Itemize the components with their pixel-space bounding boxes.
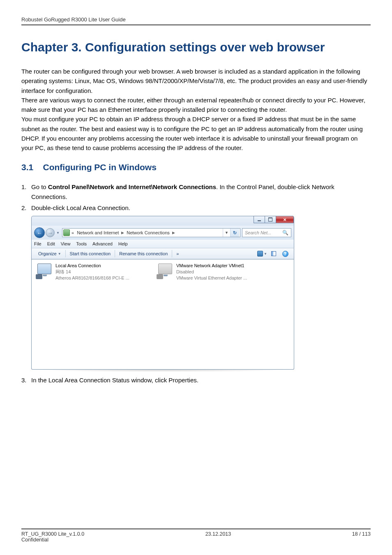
li2-text: Double-click Local Area Connection. xyxy=(31,204,130,211)
adapter-icon xyxy=(157,263,174,280)
location-icon xyxy=(63,229,70,236)
organize-button[interactable]: Organize ▼ xyxy=(35,251,65,256)
li1-bold: Control Panel\Network and Internet\Netwo… xyxy=(48,183,216,190)
footer-left2: Confidential xyxy=(21,537,371,543)
toolbar-separator xyxy=(65,250,66,257)
section-number: 3.1 xyxy=(21,162,33,172)
back-button[interactable]: ← xyxy=(34,227,45,238)
minimize-button[interactable] xyxy=(254,216,265,223)
overflow-button[interactable]: » xyxy=(173,251,182,256)
footer-center: 23.12.2013 xyxy=(205,531,231,537)
command-bar: Organize ▼ Start this connection Rename … xyxy=(31,248,294,259)
list-item: 3. In the Local Area Connection Status w… xyxy=(21,375,371,385)
section-heading-text: Configuring PC in Windows xyxy=(43,162,157,172)
list-number: 2. xyxy=(21,203,27,213)
chevron-down-icon: ▼ xyxy=(58,252,61,256)
item-detail: Atheros AR8162/8166/8168 PCI-E ... xyxy=(55,275,129,281)
organize-label: Organize xyxy=(38,251,57,256)
search-icon: 🔍 xyxy=(282,230,288,236)
breadcrumb-separator-icon[interactable]: ▶ xyxy=(120,231,125,235)
item-subtitle: Disabled xyxy=(176,269,247,275)
adapter-icon xyxy=(36,263,53,280)
item-detail: VMware Virtual Ethernet Adapter ... xyxy=(176,275,247,281)
network-connection-item[interactable]: Local Area Connection 网络 14 Atheros AR81… xyxy=(36,263,147,366)
nav-row: ← → ▼ « Network and Internet ▶ Network C… xyxy=(31,226,294,240)
change-view-button[interactable]: ▼ xyxy=(257,250,267,258)
item-subtitle: 网络 14 xyxy=(55,269,129,275)
screenshot-container: ← → ▼ « Network and Internet ▶ Network C… xyxy=(31,216,371,372)
list-number: 3. xyxy=(21,375,27,385)
view-icon xyxy=(257,251,263,257)
toolbar-separator xyxy=(115,250,115,257)
window-shadow xyxy=(31,370,294,372)
list-number: 1. xyxy=(21,182,27,192)
menu-edit[interactable]: Edit xyxy=(47,241,55,246)
file-list-area[interactable]: Local Area Connection 网络 14 Atheros AR81… xyxy=(31,259,294,370)
intro-paragraph: The router can be configured through you… xyxy=(21,67,371,153)
window-titlebar[interactable] xyxy=(31,216,294,226)
preview-pane-icon xyxy=(271,251,276,256)
li1-prefix: Go to xyxy=(31,183,48,190)
breadcrumb-separator-icon[interactable]: ▶ xyxy=(171,231,176,235)
close-button[interactable] xyxy=(276,216,294,223)
breadcrumb-part[interactable]: Network Connections xyxy=(125,230,171,235)
explorer-window: ← → ▼ « Network and Internet ▶ Network C… xyxy=(31,216,294,370)
search-input[interactable]: Search Net... 🔍 xyxy=(242,228,291,237)
list-item: 1. Go to Control Panel\Network and Inter… xyxy=(21,182,371,201)
network-connection-item[interactable]: VMware Network Adapter VMnet1 Disabled V… xyxy=(157,263,267,366)
search-placeholder: Search Net... xyxy=(245,230,271,235)
footer-rule xyxy=(21,528,371,530)
help-button[interactable]: ? xyxy=(280,250,291,258)
toolbar-separator xyxy=(172,250,172,257)
chevron-down-icon: ▼ xyxy=(264,252,267,256)
rename-connection-button[interactable]: Rename this connection xyxy=(116,251,171,256)
footer-right: 18 / 113 xyxy=(352,531,371,537)
doc-header: Robustel GoRugged R3000 Lite User Guide xyxy=(21,16,371,23)
item-title: VMware Network Adapter VMnet1 xyxy=(176,263,247,269)
preview-pane-button[interactable] xyxy=(268,250,279,258)
menu-view[interactable]: View xyxy=(61,241,71,246)
recent-locations-dropdown[interactable]: ▼ xyxy=(55,231,60,235)
address-history-dropdown[interactable]: ▼ xyxy=(223,229,230,237)
header-rule xyxy=(21,24,371,25)
maximize-button[interactable] xyxy=(265,216,276,223)
help-icon: ? xyxy=(282,251,288,257)
menu-help[interactable]: Help xyxy=(118,241,128,246)
breadcrumb-lead: « xyxy=(71,230,74,235)
list-item: 2. Double-click Local Area Connection. xyxy=(21,203,371,213)
forward-button[interactable]: → xyxy=(46,228,55,237)
footer-left: RT_UG_R3000 Lite_v.1.0.0 xyxy=(21,531,84,537)
start-connection-button[interactable]: Start this connection xyxy=(67,251,114,256)
chapter-title: Chapter 3. Configuration settings over w… xyxy=(21,40,371,54)
page-footer: RT_UG_R3000 Lite_v.1.0.0 23.12.2013 18 /… xyxy=(21,528,371,543)
item-title: Local Area Connection xyxy=(55,263,129,269)
menu-advanced[interactable]: Advanced xyxy=(92,241,113,246)
breadcrumb-part[interactable]: Network and Internet xyxy=(75,230,120,235)
section-title: 3.1 Configuring PC in Windows xyxy=(21,162,371,172)
menu-bar: File Edit View Tools Advanced Help xyxy=(31,240,294,248)
refresh-button[interactable]: ↻ xyxy=(230,229,239,237)
li3-text: In the Local Area Connection Status wind… xyxy=(31,377,198,384)
address-bar[interactable]: « Network and Internet ▶ Network Connect… xyxy=(62,228,240,237)
menu-file[interactable]: File xyxy=(34,241,42,246)
menu-tools[interactable]: Tools xyxy=(76,241,87,246)
